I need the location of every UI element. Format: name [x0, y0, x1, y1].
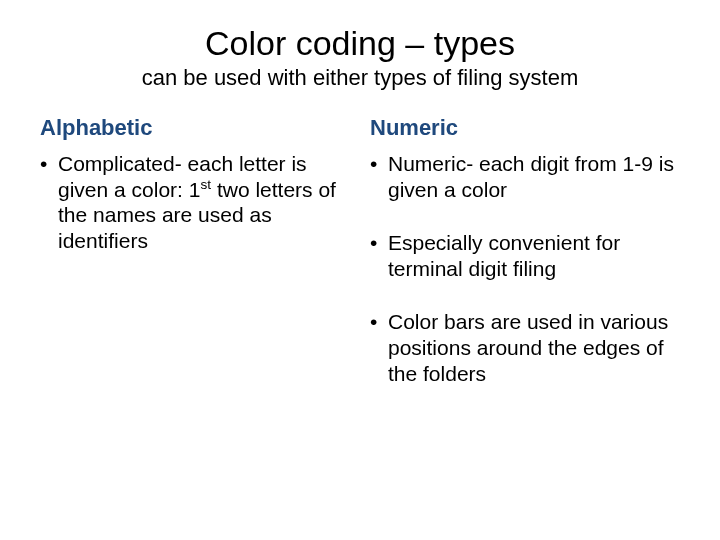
list-item: Especially convenient for terminal digit… — [370, 230, 680, 281]
left-bullet-list: Complicated- each letter is given a colo… — [40, 151, 350, 253]
slide-title: Color coding – types — [40, 20, 680, 63]
left-column-heading: Alphabetic — [40, 115, 350, 141]
right-column: Numeric Numeric- each digit from 1-9 is … — [370, 115, 680, 414]
right-bullet-list: Numeric- each digit from 1-9 is given a … — [370, 151, 680, 386]
list-item: Complicated- each letter is given a colo… — [40, 151, 350, 253]
left-column: Alphabetic Complicated- each letter is g… — [40, 115, 350, 414]
slide-subtitle: can be used with either types of filing … — [40, 65, 680, 91]
bullet-text-sup: st — [200, 177, 211, 192]
list-item: Numeric- each digit from 1-9 is given a … — [370, 151, 680, 202]
list-item: Color bars are used in various positions… — [370, 309, 680, 386]
slide: Color coding – types can be used with ei… — [0, 0, 720, 540]
content-columns: Alphabetic Complicated- each letter is g… — [40, 115, 680, 414]
right-column-heading: Numeric — [370, 115, 680, 141]
